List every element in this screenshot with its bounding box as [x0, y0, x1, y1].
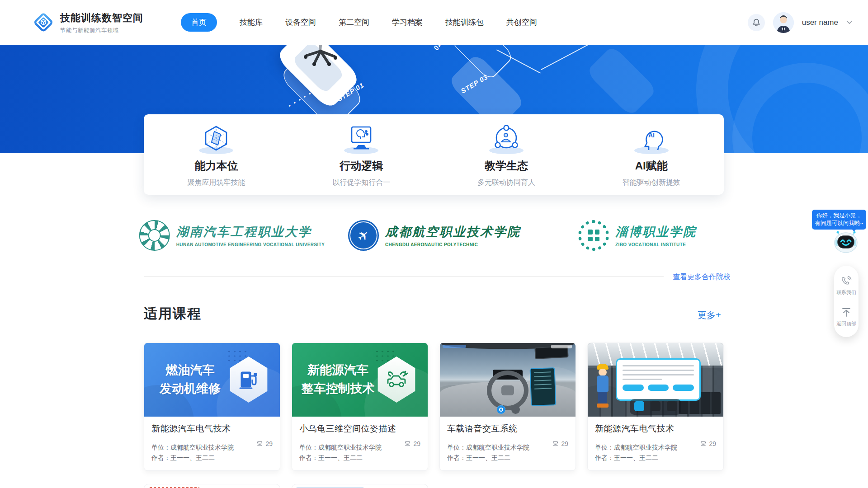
course-view-count: 29	[256, 440, 273, 447]
cover-title: 燃油汽车 发动机维修	[151, 361, 230, 398]
partner-name: 湖南汽车工程职业大学	[176, 224, 325, 240]
course-card[interactable]: 新能源汽车 整车控制技术 小乌龟三维空间位姿描述	[292, 343, 428, 471]
course-card[interactable]: 燃油汽车 发动机维修 新能源汽车电气技术 单位：成都航空职业技术学院	[144, 343, 280, 471]
course-card[interactable]: 新能源汽车电气技术 单位：成都航空职业技术学院 作者：王一一、王二二 29	[587, 343, 724, 471]
partner-hunan[interactable]: 湖南汽车工程职业大学 HUNAN AUTOMOTIVE ENGINEERING …	[139, 220, 325, 251]
feature-title: 能力本位	[144, 159, 289, 173]
avatar-person-icon	[773, 12, 794, 33]
course-org: 成都航空职业技术学院	[318, 444, 382, 451]
floating-action-panel: 联系我们 返回顶部	[834, 266, 859, 337]
people-network-icon	[492, 125, 521, 151]
feature-teaching-ecosystem: 教学生态 多元联动协同育人	[434, 114, 579, 195]
course-title: 车载语音交互系统	[447, 423, 568, 435]
partner-logos-row: 湖南汽车工程职业大学 HUNAN AUTOMOTIVE ENGINEERING …	[0, 220, 868, 265]
partial-card-top	[292, 484, 428, 488]
chevron-down-icon[interactable]	[846, 20, 853, 24]
partner-name: 成都航空职业技术学院	[385, 224, 521, 240]
back-to-top-button[interactable]: 返回顶部	[836, 307, 857, 327]
nav-item-training-pack[interactable]: 技能训练包	[445, 17, 484, 28]
course-title: 新能源汽车电气技术	[151, 423, 273, 435]
course-card-body: 车载语音交互系统 单位：成都航空职业技术学院 作者：王一一、王二二 29	[440, 417, 576, 470]
course-cover-fuel-engine: 燃油汽车 发动机维修	[144, 343, 280, 417]
course-title: 小乌龟三维空间位姿描述	[299, 423, 420, 435]
course-meta: 单位：成都航空职业技术学院 作者：王一一、王二二	[595, 442, 716, 463]
notification-button[interactable]	[748, 14, 765, 31]
course-cover-ev-control: 新能源汽车 整车控制技术	[292, 343, 428, 417]
partner-name-en: CHENGDU AERONAUTIC POLYTECHNIC	[385, 242, 521, 247]
feature-action-logic: 行动逻辑 以行促学知行合一	[289, 114, 434, 195]
assistant-tooltip: 你好，我是小景， 有问题可以问我哟~	[812, 210, 866, 230]
course-authors: 王一一、王二二	[318, 454, 363, 461]
course-org: 成都航空职业技术学院	[614, 444, 677, 451]
feature-subtitle: 智能驱动创新提效	[579, 178, 724, 188]
assistant-robot-button[interactable]	[833, 228, 859, 254]
course-card-body: 新能源汽车电气技术 单位：成都航空职业技术学院 作者：王一一、王二二 29	[588, 417, 723, 470]
steering-wheel	[487, 371, 528, 410]
sim-watermark	[551, 345, 572, 348]
nav-item-home[interactable]: 首页	[181, 13, 217, 32]
more-partners-link[interactable]: 查看更多合作院校	[673, 272, 731, 282]
course-view-count: 29	[404, 440, 420, 447]
views-stack-icon	[552, 441, 559, 447]
course-meta: 单位：成都航空职业技术学院 作者：王一一、王二二	[447, 442, 568, 463]
brand-diamond-icon	[33, 12, 54, 33]
app-title: 技能训练数智空间	[60, 11, 143, 24]
partner-name-en: ZIBO VOCATIONAL INSTITUTE	[615, 242, 697, 247]
brand-text: 技能训练数智空间 节能与新能源汽车领域	[60, 11, 143, 34]
sim-button-blue	[497, 405, 505, 414]
nav-item-equipment-space[interactable]: 设备空间	[285, 17, 316, 28]
nav-item-learning-archive[interactable]: 学习档案	[392, 17, 423, 28]
robot-icon	[833, 228, 859, 254]
courses-more-link[interactable]: 更多+	[698, 309, 721, 321]
course-card-body: 新能源汽车电气技术 单位：成都航空职业技术学院 作者：王一一、王二二 29	[144, 417, 280, 470]
user-name[interactable]: user name	[802, 18, 838, 27]
partner-zibo[interactable]: 淄博职业学院 ZIBO VOCATIONAL INSTITUTE	[578, 220, 697, 251]
back-to-top-label: 返回顶部	[836, 320, 856, 327]
phone-icon	[841, 276, 852, 286]
zibo-institute-emblem-icon	[578, 220, 609, 251]
course-title: 新能源汽车电气技术	[595, 423, 716, 435]
course-cover-factory-scene	[588, 343, 723, 417]
feature-title: AI赋能	[579, 159, 724, 173]
user-avatar[interactable]	[773, 12, 794, 33]
sim-button-gray	[511, 405, 520, 414]
hexagon-crystal-icon	[202, 125, 231, 151]
partners-divider	[144, 276, 664, 277]
feature-ai-empowerment: AI AI赋能 智能驱动创新提效	[579, 114, 724, 195]
course-authors: 王一一、王二二	[614, 454, 658, 461]
brand-logo[interactable]: 技能训练数智空间 节能与新能源汽车领域	[33, 11, 143, 34]
feature-highlights-card: 能力本位 聚焦应用筑牢技能 行动逻辑 以行促学知行合一	[144, 114, 724, 195]
course-view-count: 29	[552, 440, 568, 447]
contact-us-label: 联系我们	[836, 289, 856, 296]
monitor-head-icon	[347, 125, 376, 151]
bell-icon	[752, 18, 761, 27]
partner-chengdu[interactable]: ✈ 成都航空职业技术学院 CHENGDU AERONAUTIC POLYTECH…	[348, 220, 521, 251]
hunan-university-emblem-icon	[139, 220, 170, 251]
feature-subtitle: 多元联动协同育人	[434, 178, 579, 188]
course-view-count: 29	[700, 440, 716, 447]
course-org: 成都航空职业技术学院	[170, 444, 234, 451]
sim-tablet-panel	[530, 367, 557, 406]
course-meta: 单位：成都航空职业技术学院 作者：王一一、王二二	[151, 442, 273, 463]
views-stack-icon	[256, 441, 263, 447]
nav-item-second-space[interactable]: 第二空间	[339, 17, 369, 28]
partner-name: 淄博职业学院	[615, 224, 697, 240]
partial-card-top	[144, 484, 280, 488]
courses-section-title: 适用课程	[144, 305, 202, 323]
nav-item-skill-library[interactable]: 技能库	[240, 17, 263, 28]
course-authors: 王一一、王二二	[170, 454, 215, 461]
chengdu-polytechnic-emblem-icon: ✈	[348, 220, 379, 251]
banner-path-line	[541, 45, 590, 70]
contact-us-button[interactable]: 联系我们	[836, 276, 857, 296]
banner-tile-faint	[586, 45, 657, 117]
course-card[interactable]: 车载语音交互系统 单位：成都航空职业技术学院 作者：王一一、王二二 29	[439, 343, 576, 471]
app-subtitle: 节能与新能源汽车领域	[60, 26, 143, 34]
feature-title: 行动逻辑	[289, 159, 434, 173]
cover-title: 新能源汽车 整车控制技术	[298, 361, 377, 398]
course-cards-row: 燃油汽车 发动机维修 新能源汽车电气技术 单位：成都航空职业技术学院	[144, 343, 724, 471]
office-chair-illustration	[295, 45, 344, 73]
svg-text:AI: AI	[648, 131, 655, 139]
nav-item-cocreation-space[interactable]: 共创空间	[506, 17, 537, 28]
feature-subtitle: 聚焦应用筑牢技能	[144, 178, 289, 188]
views-stack-icon	[404, 441, 411, 447]
